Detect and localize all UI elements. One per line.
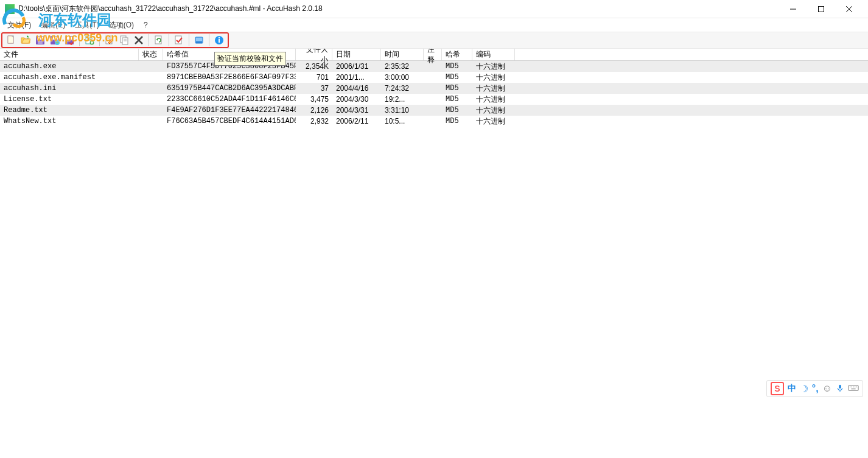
window-title: D:\tools\桌面\河东软件园\accuhash_31722\accuhas… [18,4,779,14]
menu-bar: 文件(F) 编辑(E) 工具(T) 选项(O) ? [0,18,868,32]
cell-size: 3,475 [296,95,332,104]
new-file-button[interactable] [4,33,18,47]
svg-point-45 [856,386,857,387]
menu-options[interactable]: 选项(O) [105,19,138,32]
ime-lang-indicator[interactable]: 中 [788,383,796,394]
svg-rect-7 [37,37,43,40]
svg-rect-10 [52,37,58,40]
menu-file[interactable]: 文件(F) [4,19,35,32]
menu-edit[interactable]: 编辑(E) [37,19,69,32]
toolbar-separator [189,34,189,46]
ime-punct-icon[interactable]: °, [812,383,819,394]
refresh-button[interactable] [152,33,166,47]
info-button[interactable] [212,33,226,47]
svg-rect-38 [839,384,841,388]
cell-hash: 6351975B447CACB2D6AC395A3DCABF34 [163,84,296,93]
table-row[interactable]: accuhash.ini6351975B447CACB2D6AC395A3DCA… [0,83,868,94]
col-size[interactable]: 文件大小 [296,49,332,60]
cell-size: 2,932 [296,117,332,125]
delete-button[interactable] [131,33,146,47]
cell-encoding: 十六进制 [472,72,515,83]
cell-hash: F76C63A5B457CBEDF4C614A4151AD67A [163,117,296,125]
cell-time: 3:31:10 [381,106,424,114]
cell-date: 2004/3/30 [332,95,381,104]
cell-hashtype: MD5 [442,73,472,82]
tooltip: 验证当前校验和文件 [214,52,286,66]
ime-sogou-icon[interactable]: S [771,382,784,395]
file-table: 文件 状态 哈希值 文件大小 日期 时间 注释 哈希 编码 accuhash.e… [0,49,868,458]
cell-hashtype: MD5 [442,62,472,71]
minimize-button[interactable] [779,0,807,18]
cell-hash: 8971CBEB0A53F2E866E6F3AF097F3344 [163,73,296,82]
menu-help[interactable]: ? [140,19,152,30]
table-row[interactable]: Readme.txtF4E9AF276D1F3EE77EA44222174846… [0,105,868,116]
svg-rect-37 [219,39,220,43]
ime-emoji-icon[interactable]: ☺ [822,383,832,394]
cell-hashtype: MD5 [442,84,472,93]
col-hashtype[interactable]: 哈希 [442,49,472,60]
cell-date: 2001/1... [332,73,381,82]
cell-hashtype: MD5 [442,106,472,114]
cell-hashtype: MD5 [442,95,472,104]
toolbar-separator [79,34,80,46]
svg-point-36 [219,37,220,38]
col-time[interactable]: 时间 [381,49,424,60]
disk-button[interactable] [192,33,206,47]
table-row[interactable]: License.txt2233CC6610C52ADA4F1D11F46146C… [0,94,868,105]
svg-rect-46 [851,388,855,389]
cell-time: 7:24:32 [381,84,424,93]
app-icon [5,4,15,14]
cell-encoding: 十六进制 [472,105,515,116]
cell-file: WhatsNew.txt [0,117,139,125]
toolbar-separator [169,34,169,46]
cell-hashtype: MD5 [442,117,472,125]
table-row[interactable]: accuhash.exe.manifest8971CBEB0A53F2E866E… [0,72,868,83]
cell-hash: F4E9AF276D1F3EE77EA44222174846E8 [163,106,296,114]
col-encoding[interactable]: 编码 [472,49,515,60]
save-button[interactable] [33,33,47,47]
table-header: 文件 状态 哈希值 文件大小 日期 时间 注释 哈希 编码 [0,49,868,61]
toolbar-separator [149,34,149,46]
ime-keyboard-icon[interactable] [848,384,859,394]
cell-time: 2:35:32 [381,62,424,71]
svg-point-44 [855,386,855,387]
cell-date: 2006/2/11 [332,117,381,125]
col-file[interactable]: 文件 [0,49,139,60]
svg-point-41 [850,386,850,387]
close-button[interactable] [835,0,863,18]
col-status[interactable]: 状态 [139,49,163,60]
table-row[interactable]: WhatsNew.txtF76C63A5B457CBEDF4C614A4151A… [0,116,868,127]
cell-encoding: 十六进制 [472,62,515,72]
cell-date: 2004/4/16 [332,84,381,93]
cell-size: 37 [296,84,332,93]
svg-rect-1 [819,6,824,12]
svg-marker-5 [27,35,29,38]
cell-file: accuhash.ini [0,84,139,93]
maximize-button[interactable] [807,0,835,18]
col-date[interactable]: 日期 [332,49,381,60]
verify-button[interactable] [172,33,186,47]
save-world-button[interactable] [47,33,62,47]
col-comment[interactable]: 注释 [424,49,442,60]
open-button[interactable] [18,33,33,47]
svg-rect-34 [196,41,202,43]
add-sheet-button[interactable] [82,33,97,47]
cell-encoding: 十六进制 [472,83,515,94]
table-body: accuhash.exeFD37557C4F5D77025C3808F23FB4… [0,61,868,127]
ime-mic-icon[interactable] [836,384,844,394]
copy-button[interactable] [117,33,131,47]
toolbar-separator [209,34,209,46]
svg-rect-13 [66,37,72,40]
svg-point-43 [853,386,853,387]
cell-encoding: 十六进制 [472,116,515,127]
cell-hash: 2233CC6610C52ADA4F1D11F46146C6BE [163,95,296,104]
ime-moon-icon[interactable]: ☽ [800,383,808,395]
cell-encoding: 十六进制 [472,94,515,105]
ime-toolbar[interactable]: S 中 ☽ °, ☺ [766,380,863,397]
edit-button[interactable] [102,33,117,47]
menu-tools[interactable]: 工具(T) [71,19,102,32]
toolbar-separator [99,34,100,46]
cell-size: 701 [296,73,332,82]
save-check-button[interactable] [62,33,77,47]
cell-file: License.txt [0,95,139,104]
